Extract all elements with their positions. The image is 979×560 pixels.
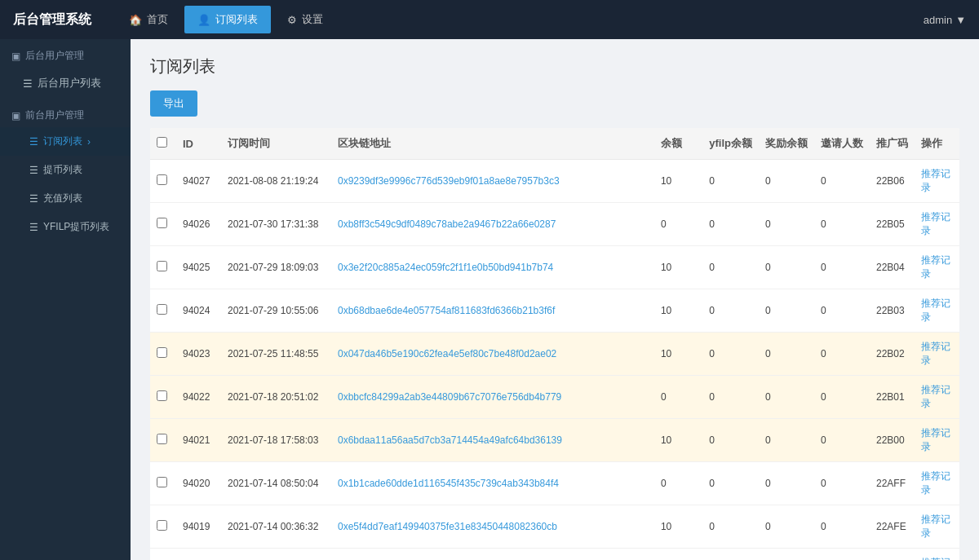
nav-home[interactable]: 🏠 首页 [116,6,181,33]
row-checkbox[interactable] [157,434,167,444]
row-time: 2021-07-14 08:50:04 [221,462,331,505]
row-checkbox-cell [150,462,176,505]
row-invite: 0 [814,246,870,289]
nav-settings[interactable]: ⚙ 设置 [274,6,336,33]
row-promo: 22B01 [870,376,915,419]
row-checkbox[interactable] [157,174,167,185]
table-row: 94021 2021-07-18 17:58:03 0x6bdaa11a56aa… [150,419,959,462]
row-checkbox-cell [150,333,176,376]
row-checkbox[interactable] [157,520,167,531]
row-balance: 0 [654,462,702,505]
sidebar-item-subscription[interactable]: ☰ 订阅列表 › [0,127,131,156]
table-row: 94023 2021-07-25 11:48:55 0x047da46b5e19… [150,333,959,376]
sidebar-item-backend-users[interactable]: ☰ 后台用户列表 [0,68,131,99]
row-id: 94023 [176,333,221,376]
row-reward: 0 [759,246,814,289]
nav-subscription[interactable]: 👤 订阅列表 [184,6,271,33]
subscription-table: ID 订阅时间 区块链地址 余额 yfilp余额 奖励余额 邀请人数 推广码 操… [150,128,959,560]
row-reward: 0 [759,333,814,376]
row-id: 94022 [176,376,221,419]
row-time: 2021-08-08 21:19:24 [221,160,331,203]
row-checkbox[interactable] [157,304,167,315]
page-title: 订阅列表 [150,55,959,77]
row-checkbox[interactable] [157,390,167,401]
action-link[interactable]: 推荐记录 [921,298,950,323]
row-invite: 0 [814,333,870,376]
row-action[interactable]: 推荐记录 [915,419,959,462]
row-action[interactable]: 推荐记录 [915,462,959,505]
row-action[interactable]: 推荐记录 [915,289,959,333]
row-checkbox-cell [150,505,176,549]
row-id: 94019 [176,505,221,549]
sidebar-item-yfilp[interactable]: ☰ YFILP提币列表 [0,213,131,241]
top-nav: 后台管理系统 🏠 首页 👤 订阅列表 ⚙ 设置 admin ▼ [0,0,979,39]
row-time: 2021-07-18 20:51:02 [221,376,331,419]
row-yfilp: 0 [702,333,759,376]
row-yfilp: 0 [702,289,759,333]
select-all-checkbox[interactable] [157,137,167,148]
sidebar-item-withdraw[interactable]: ☰ 提币列表 [0,156,131,184]
row-action[interactable]: 推荐记录 [915,203,959,246]
row-checkbox[interactable] [157,347,167,358]
action-link[interactable]: 推荐记录 [921,557,950,560]
row-id: 94018 [176,549,221,561]
col-yfilp: yfilp余额 [702,128,759,160]
withdraw-icon: ☰ [29,165,38,176]
row-promo: 22B05 [870,203,915,246]
row-time: 2021-07-14 00:36:32 [221,505,331,549]
row-id: 94025 [176,246,221,289]
toolbar: 导出 [150,90,959,117]
row-addr: 0xbbcfc84299a2ab3e44809b67c7076e756db4b7… [331,376,654,419]
row-checkbox-cell [150,376,176,419]
row-invite: 0 [814,462,870,505]
action-link[interactable]: 推荐记录 [921,168,950,193]
sidebar-group-backend: ▣ 后台用户管理 [0,39,131,68]
row-id: 94027 [176,160,221,203]
export-button[interactable]: 导出 [150,90,197,117]
col-checkbox [150,128,176,160]
row-action[interactable]: 推荐记录 [915,505,959,549]
row-checkbox-cell [150,203,176,246]
row-balance: 0 [654,203,702,246]
action-link[interactable]: 推荐记录 [921,341,950,366]
user-info[interactable]: admin ▼ [924,14,966,26]
table-header-row: ID 订阅时间 区块链地址 余额 yfilp余额 奖励余额 邀请人数 推广码 操… [150,128,959,160]
row-action[interactable]: 推荐记录 [915,376,959,419]
col-time: 订阅时间 [221,128,331,160]
row-addr: 0x346c32197ef7f1a713730a415806233c12e11f… [331,549,654,561]
row-checkbox-cell [150,419,176,462]
row-action[interactable]: 推荐记录 [915,246,959,289]
action-link[interactable]: 推荐记录 [921,384,950,409]
row-checkbox[interactable] [157,218,167,228]
sidebar-group-frontend: ▣ 前台用户管理 [0,99,131,127]
row-addr: 0xb68dbae6de4e057754af811683fd6366b21b3f… [331,289,654,333]
subscription-arrow-icon: › [87,136,91,148]
action-link[interactable]: 推荐记录 [921,211,950,236]
col-promo: 推广码 [870,128,915,160]
backend-group-icon: ▣ [11,51,20,62]
col-invite: 邀请人数 [814,128,870,160]
row-time: 2021-07-30 17:31:38 [221,203,331,246]
row-checkbox[interactable] [157,261,167,271]
sidebar-item-recharge[interactable]: ☰ 充值列表 [0,184,131,213]
row-time: 2021-07-29 18:09:03 [221,246,331,289]
table-row: 94022 2021-07-18 20:51:02 0xbbcfc84299a2… [150,376,959,419]
action-link[interactable]: 推荐记录 [921,514,950,539]
action-link[interactable]: 推荐记录 [921,254,950,280]
table-body: 94027 2021-08-08 21:19:24 0x9239df3e9996… [150,160,959,561]
frontend-group-icon: ▣ [11,110,20,121]
row-action[interactable]: 推荐记录 [915,160,959,203]
row-reward: 0 [759,549,814,561]
home-icon: 🏠 [129,14,142,26]
recharge-icon: ☰ [29,193,38,205]
action-link[interactable]: 推荐记录 [921,470,950,496]
layout: ▣ 后台用户管理 ☰ 后台用户列表 ▣ 前台用户管理 ☰ 订阅列表 › ☰ 提币… [0,39,979,560]
row-invite: 0 [814,505,870,549]
row-action[interactable]: 推荐记录 [915,549,959,561]
row-checkbox[interactable] [157,477,167,487]
row-promo: 22AFD [870,549,915,561]
row-action[interactable]: 推荐记录 [915,333,959,376]
action-link[interactable]: 推荐记录 [921,427,950,452]
row-id: 94020 [176,462,221,505]
row-yfilp: 0 [702,419,759,462]
